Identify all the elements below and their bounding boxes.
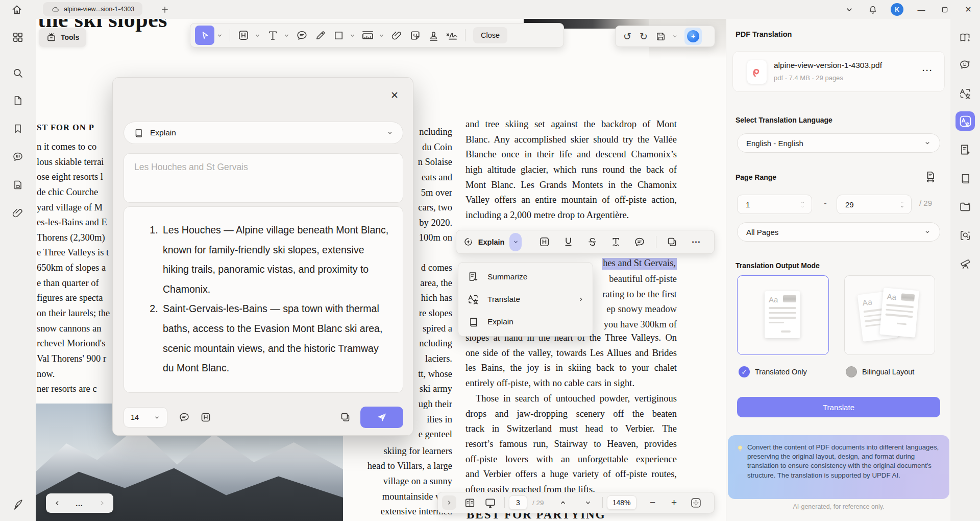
ai-folder-icon[interactable] bbox=[959, 200, 972, 214]
previous-page-chevron-icon[interactable] bbox=[555, 495, 571, 510]
dialog-close-icon[interactable]: ✕ bbox=[387, 88, 402, 102]
font-size-select[interactable]: 14 bbox=[124, 407, 167, 428]
nav-more-button[interactable]: … bbox=[75, 499, 84, 508]
range-to-input[interactable]: 29 bbox=[837, 195, 912, 214]
summarize-icon bbox=[467, 270, 480, 283]
attach-tool-button[interactable] bbox=[388, 27, 405, 44]
selected-text-highlight[interactable]: hes and St Gervais, bbox=[602, 258, 677, 270]
home-icon[interactable] bbox=[10, 3, 23, 16]
more-options-icon[interactable]: ⋯ bbox=[690, 234, 702, 250]
fit-page-icon[interactable] bbox=[689, 495, 704, 510]
new-tab-button[interactable] bbox=[159, 4, 170, 15]
updf-ai-button[interactable]: + bbox=[684, 28, 702, 45]
stepper-icons[interactable] bbox=[899, 200, 905, 209]
bilingual-layout-card[interactable]: Aa Aa bbox=[844, 275, 935, 355]
comment-icon[interactable] bbox=[633, 234, 646, 250]
window-close-button[interactable]: ✕ bbox=[957, 0, 980, 19]
mini-toolbar-action-label[interactable]: Explain bbox=[478, 238, 505, 246]
telescope-icon[interactable] bbox=[959, 256, 972, 270]
highlight-tool-button[interactable] bbox=[235, 27, 252, 44]
window-maximize-button[interactable] bbox=[933, 0, 957, 19]
select-tool-chevron-icon[interactable] bbox=[215, 28, 224, 43]
pdf-translate-tab-selected[interactable] bbox=[955, 111, 975, 131]
search-icon[interactable] bbox=[11, 66, 24, 80]
presentation-mode-icon[interactable] bbox=[482, 495, 498, 510]
next-page-chevron-icon[interactable] bbox=[580, 495, 596, 510]
attachments-card-icon[interactable] bbox=[11, 178, 24, 192]
ai-read-book-icon[interactable] bbox=[959, 31, 972, 44]
ai-prompt-input[interactable]: Les Houches and St Gervais bbox=[124, 153, 403, 203]
redo-icon[interactable]: ↻ bbox=[637, 31, 650, 42]
document-tab[interactable]: alpine-view...sion-1-4303 bbox=[43, 2, 142, 16]
translate-icon[interactable] bbox=[959, 87, 972, 100]
menu-item-explain[interactable]: Explain bbox=[458, 311, 593, 333]
aa-glyph: Aa bbox=[887, 292, 897, 302]
pages-mode-select[interactable]: All Pages bbox=[737, 222, 940, 242]
undo-icon[interactable]: ↺ bbox=[621, 31, 634, 42]
highlight-icon[interactable] bbox=[538, 234, 551, 250]
paperclip-icon[interactable] bbox=[11, 206, 24, 220]
comment-output-icon[interactable] bbox=[177, 410, 192, 425]
select-tool-button[interactable] bbox=[195, 26, 214, 45]
ai-action-chevron-button[interactable] bbox=[509, 233, 522, 251]
comment-tool-button[interactable] bbox=[293, 27, 310, 44]
nav-next-icon[interactable] bbox=[98, 499, 106, 507]
nav-prev-icon[interactable] bbox=[53, 499, 61, 507]
menu-item-translate[interactable]: Translate bbox=[458, 288, 593, 311]
notifications-bell-icon[interactable] bbox=[861, 0, 885, 19]
menu-item-summarize[interactable]: Summarize bbox=[458, 266, 593, 288]
measure-chevron-icon[interactable] bbox=[377, 28, 385, 43]
user-avatar[interactable]: K bbox=[891, 3, 903, 16]
window-minimize-button[interactable]: — bbox=[910, 0, 933, 19]
tools-button[interactable]: Tools bbox=[39, 28, 86, 47]
copy-response-icon[interactable] bbox=[338, 410, 353, 425]
squiggly-underline-icon[interactable] bbox=[609, 234, 622, 250]
page-number-input[interactable]: 3 bbox=[509, 495, 527, 510]
underline-icon[interactable] bbox=[562, 234, 575, 250]
text-tool-button[interactable] bbox=[264, 27, 281, 44]
collapse-bar-chevron-icon[interactable] bbox=[442, 495, 456, 510]
highlight-output-icon[interactable] bbox=[198, 410, 213, 425]
stepper-icons[interactable] bbox=[800, 200, 805, 209]
translate-button[interactable]: Translate bbox=[737, 397, 940, 417]
page-thumbnails-icon[interactable] bbox=[11, 94, 24, 107]
pdf-right-column-text: slopes at hand in the heart of the Three… bbox=[465, 333, 677, 393]
ai-chat-icon[interactable] bbox=[959, 58, 972, 72]
translated-only-radio[interactable]: ✓ bbox=[739, 366, 750, 377]
language-select[interactable]: English - English bbox=[737, 133, 940, 153]
sticker-tool-button[interactable] bbox=[406, 27, 424, 44]
zoom-out-button[interactable]: − bbox=[646, 497, 660, 508]
save-chevron-icon[interactable] bbox=[671, 29, 679, 44]
send-button[interactable] bbox=[360, 407, 403, 428]
bilingual-layout-radio[interactable] bbox=[846, 366, 857, 377]
annotations-icon[interactable] bbox=[11, 150, 24, 163]
explain-book-icon[interactable] bbox=[959, 172, 972, 185]
ai-search-icon[interactable] bbox=[959, 229, 972, 242]
zoom-level-input[interactable]: 148% bbox=[607, 495, 636, 510]
strikethrough-icon[interactable] bbox=[586, 234, 599, 250]
highlight-chevron-icon[interactable] bbox=[253, 28, 261, 43]
file-more-options-icon[interactable]: ··· bbox=[922, 66, 933, 75]
shape-chevron-icon[interactable] bbox=[348, 28, 356, 43]
pdf-text-line: off-piste lovers with an unforgettable e… bbox=[465, 454, 677, 469]
measure-tool-button[interactable] bbox=[359, 27, 376, 44]
close-toolbar-button[interactable]: Close bbox=[473, 27, 507, 43]
save-icon[interactable] bbox=[653, 28, 668, 45]
text-chevron-icon[interactable] bbox=[282, 28, 290, 43]
shape-tool-button[interactable] bbox=[330, 27, 347, 44]
page-range-icon[interactable] bbox=[924, 170, 937, 183]
tabs-dropdown-icon[interactable] bbox=[838, 0, 861, 19]
app-menu-grid-icon[interactable] bbox=[11, 31, 24, 44]
range-from-input[interactable]: 1 bbox=[737, 195, 812, 214]
pen-edit-icon[interactable] bbox=[11, 498, 24, 511]
translated-only-card[interactable]: Aa bbox=[737, 275, 829, 355]
bookmarks-icon[interactable] bbox=[11, 122, 24, 135]
copy-icon[interactable] bbox=[666, 234, 679, 250]
zoom-in-button[interactable]: + bbox=[667, 497, 681, 508]
ai-mode-select[interactable]: Explain bbox=[124, 122, 403, 144]
ai-summarize-icon[interactable] bbox=[959, 143, 972, 156]
stamp-tool-button[interactable] bbox=[425, 27, 442, 44]
signature-tool-button[interactable] bbox=[443, 27, 460, 44]
pen-tool-button[interactable] bbox=[311, 27, 329, 44]
two-page-view-icon[interactable] bbox=[462, 495, 477, 510]
